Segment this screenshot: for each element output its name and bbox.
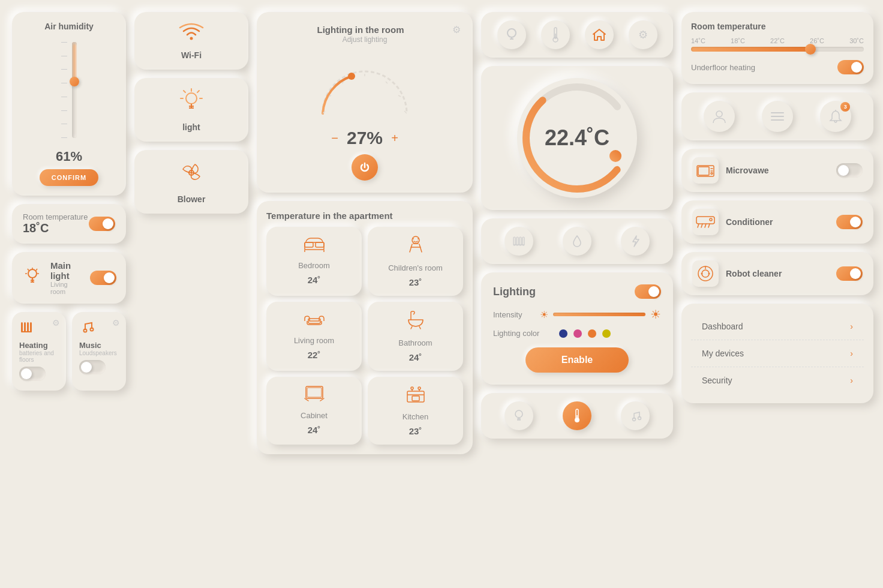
svg-point-52 — [507, 29, 516, 37]
svg-point-29 — [348, 73, 355, 80]
cabinet-name: Cabinet — [301, 411, 328, 420]
bathroom-temp: 24˚ — [409, 352, 422, 362]
cabinet-card[interactable]: Cabinet 24˚ — [266, 377, 362, 445]
living-room-name: Living room — [294, 336, 334, 345]
heating-gear-icon[interactable]: ⚙ — [52, 318, 60, 328]
conditioner-toggle[interactable] — [836, 215, 863, 229]
cabinet-icon — [304, 385, 325, 406]
svg-rect-13 — [21, 331, 32, 332]
heating-label: Heating — [19, 341, 59, 350]
childrens-room-name: Children's room — [388, 263, 443, 272]
svg-line-39 — [411, 326, 412, 329]
user-profile-button[interactable] — [704, 101, 735, 132]
svg-point-93 — [708, 273, 710, 275]
menu-button[interactable] — [762, 101, 793, 132]
column-1: Air humidity 61% CONFIRM — [12, 12, 126, 454]
room-temp-info: Room temperature 18˚C — [23, 212, 88, 235]
tick — [61, 124, 67, 124]
blower-label: Blower — [178, 194, 206, 204]
main-light-toggle[interactable] — [90, 271, 116, 285]
temperature-section: Temperature in the apartment Bedroo — [257, 201, 473, 454]
humidity-slider[interactable] — [72, 42, 77, 138]
bedroom-card[interactable]: Bedroom 24˚ — [266, 227, 362, 296]
conditioner-card: Conditioner — [681, 200, 873, 244]
music-toggle[interactable] — [79, 360, 106, 374]
microwave-toggle[interactable] — [836, 163, 863, 178]
color-dot-blue[interactable] — [559, 329, 567, 338]
droplet-button[interactable] — [563, 227, 591, 256]
lightning-button[interactable] — [621, 227, 650, 256]
bedroom-icon — [304, 235, 325, 256]
settings-top-button[interactable]: ⚙ — [629, 20, 657, 49]
color-dot-yellow[interactable] — [602, 329, 611, 338]
robot-cleaner-toggle[interactable] — [836, 266, 863, 281]
music-bottom-button[interactable] — [621, 401, 650, 430]
living-room-card[interactable]: Living room 22˚ — [266, 302, 362, 371]
lighting-plus-button[interactable]: + — [388, 131, 402, 145]
bulb-button[interactable] — [497, 20, 526, 49]
room-temp-toggle[interactable] — [89, 217, 115, 231]
childrens-room-card[interactable]: Children's room 23˚ — [368, 227, 463, 296]
menu-item-devices[interactable]: My devices › — [691, 340, 864, 367]
svg-rect-63 — [519, 237, 521, 245]
svg-line-87 — [705, 224, 706, 227]
svg-line-86 — [701, 224, 702, 227]
home-button[interactable] — [585, 20, 614, 49]
lighting-panel-toggle[interactable] — [635, 284, 661, 299]
top-icons-card: ⚙ — [481, 12, 673, 58]
radiator-button[interactable] — [504, 227, 533, 256]
music-gear-icon[interactable]: ⚙ — [112, 318, 120, 328]
svg-rect-61 — [513, 237, 515, 245]
confirm-button[interactable]: CONFIRM — [40, 169, 98, 186]
bathroom-icon — [406, 310, 425, 334]
svg-point-60 — [609, 150, 621, 162]
underfloor-toggle[interactable] — [837, 60, 864, 74]
svg-rect-11 — [27, 322, 29, 332]
intensity-track[interactable] — [553, 313, 645, 316]
tick — [61, 137, 67, 138]
menu-item-security[interactable]: Security › — [691, 367, 864, 394]
room-grid: Bedroom 24˚ — [266, 227, 463, 445]
column-2: Wi-Fi light — [134, 12, 248, 454]
lighting-minus-button[interactable]: − — [328, 131, 342, 145]
svg-rect-64 — [522, 237, 524, 245]
lighting-power-button[interactable] — [352, 154, 378, 181]
childrens-room-icon — [405, 235, 427, 259]
blower-card: Blower — [134, 150, 248, 214]
thermometer-bottom-button[interactable] — [563, 401, 591, 430]
svg-line-28 — [404, 111, 407, 113]
lighting-arc-container[interactable] — [311, 53, 419, 119]
temperature-section-title: Temperature in the apartment — [266, 211, 463, 221]
temperature-bar[interactable] — [691, 47, 864, 52]
kitchen-card[interactable]: Kitchen 23˚ — [368, 377, 463, 445]
thermostat-dial[interactable]: 22.4˚C — [517, 78, 637, 198]
bulb-bottom-button[interactable] — [504, 401, 533, 430]
light-device-icon — [178, 88, 205, 119]
user-icons-card: 3 — [681, 92, 873, 140]
enable-button[interactable]: Enable — [525, 347, 629, 373]
color-dot-orange[interactable] — [588, 329, 596, 338]
room-temp-right-title: Room temperature — [691, 22, 864, 31]
lighting-room-title: Lighting in the room — [317, 25, 404, 35]
temp-18: 18˚C — [731, 37, 745, 44]
room-temp-value: 18˚C — [23, 221, 88, 235]
svg-point-89 — [710, 218, 712, 221]
heating-music-grid: ⚙ Heating batteries and floors ⚙ — [12, 312, 126, 391]
notification-button[interactable]: 3 — [820, 101, 851, 132]
notification-badge: 3 — [840, 102, 850, 112]
thermometer-button[interactable] — [541, 20, 570, 49]
svg-rect-31 — [305, 242, 313, 247]
temp-30: 30˚C — [849, 37, 864, 44]
heating-sublabel: batteries and floors — [19, 350, 59, 363]
security-chevron-icon: › — [850, 376, 853, 385]
temp-scale: 14˚C 18˚C 22˚C 26˚C 30˚C — [691, 37, 864, 44]
svg-rect-41 — [306, 386, 323, 398]
menu-item-dashboard[interactable]: Dashboard › — [691, 313, 864, 340]
intensity-high-icon: ☀ — [650, 307, 661, 322]
color-dot-pink[interactable] — [573, 329, 582, 338]
living-room-icon — [304, 310, 325, 331]
bathroom-card[interactable]: Bathroom 24˚ — [368, 302, 463, 371]
main-light-icon — [22, 265, 43, 291]
settings-icon[interactable]: ⚙ — [452, 24, 461, 35]
heating-toggle[interactable] — [19, 367, 46, 381]
